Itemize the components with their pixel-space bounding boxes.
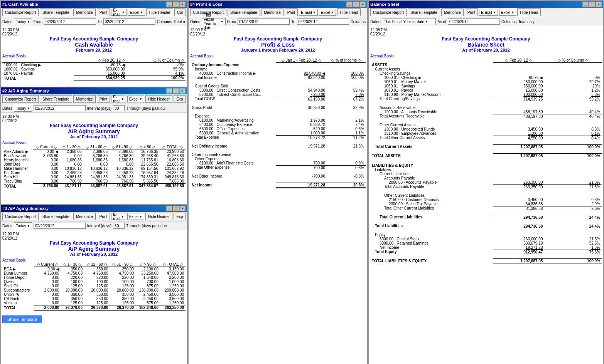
pl-window: #4 Profit & Loss _ □ × Customize Report … (188, 0, 368, 364)
ap-close-btn[interactable]: × (179, 206, 186, 211)
pl-hide-head-btn[interactable]: Hide Head (337, 8, 361, 16)
ar-report-date: 02/20/12 (2, 119, 17, 123)
ap-dates-dropdown[interactable]: Today ▼ (14, 222, 32, 229)
bs-basis: Accrual Basis (370, 54, 394, 58)
bs-close-btn[interactable]: × (596, 2, 602, 7)
bs-share-btn[interactable]: Share Template (408, 8, 440, 16)
ap-print-btn[interactable]: Print (97, 213, 110, 220)
cash-title-bar: #1 Cash Available _ □ × (1, 1, 187, 8)
table-row: 1050.01 · Money Market250,000.0020.7% (370, 80, 602, 84)
ap-customize-btn[interactable]: Customize Report (2, 213, 39, 220)
table-row: 1060.01 · Savings 350,000.00 95.9% (2, 67, 186, 71)
cash-share-btn[interactable]: Share Template (40, 8, 72, 16)
cash-to-date[interactable] (103, 18, 155, 25)
table-row: Other Current Assets (370, 123, 602, 127)
pl-basis: Accrual Basis (190, 54, 214, 58)
cash-available-window: #1 Cash Available _ □ × Customize Report… (0, 0, 188, 87)
cash-minimize-btn[interactable]: _ (166, 2, 172, 7)
cash-hide-header-btn[interactable]: Hide Header (146, 8, 173, 16)
pl-excel-dropdown[interactable]: Excel ▼ (319, 9, 336, 16)
table-row: Total Current Assets1,207,687.05100.0% (370, 144, 602, 149)
table-row: 5700.00 · Indirect Construction Co...7,2… (190, 92, 366, 97)
cash-dates-dropdown[interactable]: Today ▼ (14, 18, 32, 25)
ap-email-dropdown[interactable]: E-mail ▼ (111, 213, 126, 220)
table-row-net-income: Net Income 19,271.28 20.8% (190, 183, 366, 188)
cash-print-btn[interactable]: Print (97, 8, 110, 16)
cash-customize-btn[interactable]: Customize Report (2, 8, 39, 16)
ap-date[interactable] (34, 223, 86, 229)
ap-exp-btn[interactable]: Exp (174, 213, 186, 220)
ar-date[interactable] (34, 105, 86, 111)
pl-share-btn[interactable]: Share Template (228, 8, 260, 16)
pl-email-dropdown[interactable]: E-mail ▼ (299, 9, 317, 16)
pl-close-btn[interactable]: × (359, 2, 366, 7)
cash-report-content: 12:00 PM 02/20/12 Fast Easy Accounting S… (1, 26, 187, 89)
ap-interval[interactable] (113, 223, 125, 229)
ap-share-btn[interactable]: Share Template (40, 213, 72, 220)
ar-maximize-btn[interactable]: □ (173, 88, 179, 94)
ap-share-template-bottom-btn[interactable]: Share Template (2, 315, 42, 323)
ap-hide-header-btn[interactable]: Hide Header (145, 213, 172, 220)
bs-company-name: Fast Easy Accounting Sample Company (370, 36, 602, 42)
bs-print-btn[interactable]: Print (465, 8, 478, 16)
table-row: Income (190, 67, 366, 71)
bs-asof-date[interactable] (448, 18, 500, 25)
cash-from-date[interactable] (44, 18, 96, 25)
ar-memorize-btn[interactable]: Memorize (73, 95, 96, 103)
pl-print-btn[interactable]: Print (285, 8, 298, 16)
ar-email-dropdown[interactable]: E-mail ▼ (111, 96, 126, 102)
bs-col-header: ◇ Feb 20, 12 ◇ ◇ % of Column ◇ (370, 58, 602, 63)
ar-minimize-btn[interactable]: _ (166, 88, 172, 94)
bs-report-date: 02/20/12 (370, 32, 385, 36)
table-row: Total Other Expense700.000.8% (190, 165, 366, 170)
pl-maximize-btn[interactable]: □ (353, 2, 359, 7)
ap-memorize-btn[interactable]: Memorize (73, 213, 96, 220)
ap-minimize-btn[interactable]: _ (166, 206, 172, 211)
bs-maximize-btn[interactable]: □ (589, 2, 595, 7)
cash-email-dropdown[interactable]: E-mail ▼ (111, 9, 127, 16)
ar-col-header: ◇ Current ◇ ◇ 1 - 30 ◇ ◇ 31 - 60 ◇ ◇ 61 … (2, 145, 186, 149)
bs-email-dropdown[interactable]: E-mail ▼ (479, 9, 498, 16)
ar-hide-header-btn[interactable]: Hide Header (145, 95, 172, 103)
email-dropdown-arrow: ▼ (122, 11, 125, 14)
ap-maximize-btn[interactable]: □ (173, 206, 179, 211)
table-row: Home Depot0.00220.00220.00220.001,540.00… (2, 275, 186, 280)
pl-to-date[interactable] (297, 18, 349, 25)
table-row: 6600.00 · General & Administrative1,000.… (190, 131, 366, 136)
pl-memorize-btn[interactable]: Memorize (261, 8, 283, 16)
bs-excel-dropdown[interactable]: Excel ▼ (499, 9, 516, 16)
table-row: 4000.00 · Construction Income ▶92,540.00… (190, 71, 366, 75)
ar-excel-dropdown[interactable]: Excel ▼ (127, 96, 144, 102)
pl-from-date[interactable] (238, 18, 290, 25)
cash-maximize-btn[interactable]: □ (173, 2, 179, 7)
ar-share-btn[interactable]: Share Template (40, 95, 72, 103)
table-row: Ordinary Income/Expense (190, 63, 366, 67)
cash-memorize-btn[interactable]: Memorize (73, 8, 96, 16)
cash-col-btn[interactable]: Col (174, 8, 186, 16)
table-row: 8100.00 · Add'l Financing Costs700.000.8… (190, 161, 366, 166)
pl-dates-dropdown[interactable]: This Fiscal Year-to-date ▼ (202, 18, 226, 25)
bs-hide-head-btn[interactable]: Hide Head (517, 8, 541, 16)
ap-dates-bar: Dates Today ▼ Interval (days) Through (d… (1, 221, 187, 230)
ar-customize-btn[interactable]: Customize Report (2, 95, 39, 103)
ar-dates-dropdown[interactable]: Today ▼ (14, 105, 32, 112)
bs-minimize-btn[interactable]: _ (582, 2, 589, 7)
ar-title: #2 A/R Aging Summary (2, 89, 166, 93)
bs-customize-btn[interactable]: Customize Report (370, 8, 407, 16)
pl-report-subtitle: January 1 through February 20, 2012 (190, 48, 366, 52)
ar-exp-btn[interactable]: Exp (174, 95, 186, 103)
ar-close-btn[interactable]: × (179, 88, 186, 94)
bs-dates-dropdown[interactable]: This Fiscal Year-to-date ▼ (382, 18, 436, 25)
cash-excel-dropdown[interactable]: Excel ▼ (128, 9, 145, 16)
table-row: Tracy Bing0.00766.50766.50766.505,365.50… (2, 179, 186, 184)
ar-interval[interactable] (113, 105, 125, 111)
table-row: Equity (370, 233, 602, 237)
bs-memorize-btn[interactable]: Memorize (441, 8, 464, 16)
cash-report-date: 02/20/12 (2, 32, 17, 36)
pl-minimize-btn[interactable]: _ (346, 2, 353, 7)
ar-print-btn[interactable]: Print (97, 95, 110, 103)
table-row: 1070.01 · Payroll 15,000.00 4.1% (2, 71, 186, 76)
cash-close-btn[interactable]: × (179, 2, 186, 7)
table-row: Sam Hill0.0024,981.3324,981.3324,981.331… (2, 175, 186, 179)
ap-excel-dropdown[interactable]: Excel ▼ (127, 213, 144, 220)
